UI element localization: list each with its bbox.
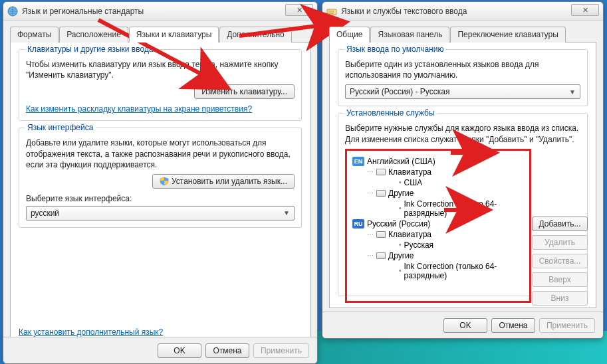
apply-button[interactable]: Применить <box>253 343 309 358</box>
tree-en-other-item[interactable]: • Ink Correction (только 64-разрядные) <box>352 199 524 219</box>
install-remove-lang-label: Установить или удалить язык... <box>172 177 287 186</box>
other-small-icon <box>376 190 386 197</box>
bullet-icon: • <box>399 241 402 248</box>
install-remove-lang-button[interactable]: Установить или удалить язык... <box>152 174 295 189</box>
group-default-legend: Язык ввода по умолчанию <box>344 45 446 54</box>
tree-side-buttons: Добавить... Удалить Свойства... Вверх Вн… <box>532 217 588 306</box>
svg-rect-1 <box>327 9 336 15</box>
tree-connector-icon: ⋯ <box>367 230 374 238</box>
tree-ru-kb-item[interactable]: • Русская <box>352 240 524 250</box>
tabstrip-right: Общие Языковая панель Переключение клави… <box>329 26 596 43</box>
tabstrip-left: Форматы Расположение Языки и клавиатуры … <box>10 26 310 43</box>
cancel-button-right[interactable]: Отмена <box>491 318 535 333</box>
group-keyboards: Клавиатуры и другие языки ввода Чтобы из… <box>19 49 302 121</box>
ui-language-value: русский <box>31 209 59 218</box>
group-ui-legend: Язык интерфейса <box>25 123 96 132</box>
apply-button-right[interactable]: Применить <box>539 318 595 333</box>
close-button-right[interactable]: ✕ <box>571 4 599 16</box>
change-keyboard-button[interactable]: Изменить клавиатуру... <box>194 84 295 99</box>
group-services-text: Выберите нужные службы для каждого языка… <box>345 123 580 144</box>
add-button[interactable]: Добавить... <box>532 217 588 231</box>
keyboard-icon <box>326 6 337 17</box>
text-services-window: Языки и службы текстового ввода ✕ Общие … <box>322 1 604 339</box>
language-tree[interactable]: EN Английский (США) ⋯ Клавиатура • США ⋯… <box>345 149 531 303</box>
bullet-icon: • <box>399 205 402 212</box>
keyboard-small-icon <box>376 231 386 238</box>
bottom-bar-right: OK Отмена Применить <box>322 312 603 338</box>
tree-connector-icon: ⋯ <box>367 252 374 259</box>
en-badge-icon: EN <box>352 157 364 166</box>
tab-language-bar[interactable]: Языковая панель <box>370 27 449 43</box>
tree-lang-ru[interactable]: RU Русский (Россия) <box>352 219 524 229</box>
default-input-dropdown[interactable]: Русский (Россия) - Русская ▼ <box>345 84 580 99</box>
window-title: Язык и региональные стандарты <box>22 7 144 16</box>
group-keyboards-legend: Клавиатуры и другие языки ввода <box>25 45 156 54</box>
globe-icon <box>7 6 18 17</box>
ru-badge-icon: RU <box>352 219 364 228</box>
tab-location[interactable]: Расположение <box>59 27 128 43</box>
tab-general[interactable]: Общие <box>329 27 370 43</box>
region-language-window: Язык и региональные стандарты ✕ Форматы … <box>3 1 318 364</box>
svg-rect-5 <box>328 13 334 14</box>
ui-language-select-label: Выберите язык интерфейса: <box>26 194 295 203</box>
keyboard-small-icon <box>376 169 386 175</box>
svg-rect-3 <box>330 11 332 12</box>
tree-en-keyboard-header[interactable]: ⋯ Клавиатура <box>352 167 524 177</box>
bullet-icon: • <box>399 179 402 186</box>
svg-rect-2 <box>328 11 330 12</box>
group-keyboards-text: Чтобы изменить клавиатуру или язык ввода… <box>26 59 295 80</box>
properties-button[interactable]: Свойства... <box>532 254 588 268</box>
tree-en-kb-item[interactable]: • США <box>352 177 524 188</box>
tree-ru-other-header[interactable]: ⋯ Другие <box>352 250 524 261</box>
bullet-icon: • <box>399 267 402 274</box>
tab-formats[interactable]: Форматы <box>10 27 59 43</box>
tree-ru-other-item[interactable]: • Ink Correction (только 64-разрядные) <box>352 261 524 281</box>
close-button[interactable]: ✕ <box>285 4 313 16</box>
ui-language-dropdown[interactable]: русский ▼ <box>26 206 295 221</box>
titlebar-right[interactable]: Языки и службы текстового ввода ✕ <box>322 2 603 21</box>
window-title-right: Языки и службы текстового ввода <box>341 7 467 16</box>
group-default-text: Выберите один из установленных языков вв… <box>345 59 580 80</box>
down-button[interactable]: Вниз <box>532 291 588 306</box>
ok-button[interactable]: OK <box>158 343 201 358</box>
other-small-icon <box>376 252 386 259</box>
chevron-down-icon: ▼ <box>569 88 576 96</box>
group-ui-language: Язык интерфейса Добавьте или удалите язы… <box>19 128 302 228</box>
group-services-legend: Установленные службы <box>344 108 437 118</box>
remove-button[interactable]: Удалить <box>532 235 588 250</box>
tab-keyboards[interactable]: Языки и клавиатуры <box>129 27 219 43</box>
ok-button-right[interactable]: OK <box>443 318 487 333</box>
titlebar-left[interactable]: Язык и региональные стандарты ✕ <box>3 2 317 21</box>
up-button[interactable]: Вверх <box>532 272 588 287</box>
tree-lang-en[interactable]: EN Английский (США) <box>352 156 524 167</box>
tab-advanced[interactable]: Дополнительно <box>219 27 291 43</box>
svg-rect-4 <box>332 11 334 12</box>
tree-lang-ru-label: Русский (Россия) <box>367 219 430 228</box>
tree-lang-en-label: Английский (США) <box>367 157 435 166</box>
tree-connector-icon: ⋯ <box>367 168 374 175</box>
group-ui-text: Добавьте или удалите языки, которые могу… <box>26 137 295 170</box>
tree-ru-keyboard-header[interactable]: ⋯ Клавиатура <box>352 229 524 240</box>
close-icon: ✕ <box>582 6 588 15</box>
default-input-value: Русский (Россия) - Русская <box>350 87 449 96</box>
cancel-button[interactable]: Отмена <box>205 343 249 358</box>
tabpanel-keyboards: Клавиатуры и другие языки ввода Чтобы из… <box>10 43 310 341</box>
bottom-bar-left: OK Отмена Применить <box>3 337 317 363</box>
welcome-keyboard-link[interactable]: Как изменить раскладку клавиатуры на экр… <box>26 104 252 114</box>
tree-en-other-header[interactable]: ⋯ Другие <box>352 188 524 199</box>
group-default-input: Язык ввода по умолчанию Выберите один из… <box>338 49 588 106</box>
tabpanel-general: Язык ввода по умолчанию Выберите один из… <box>329 43 596 308</box>
shield-icon <box>160 177 169 186</box>
close-icon: ✕ <box>297 6 303 15</box>
extra-lang-link[interactable]: Как установить дополнительный язык? <box>19 327 163 337</box>
tab-switch-keyboard[interactable]: Переключение клавиатуры <box>450 27 565 43</box>
tree-connector-icon: ⋯ <box>367 189 374 197</box>
chevron-down-icon: ▼ <box>283 209 290 217</box>
